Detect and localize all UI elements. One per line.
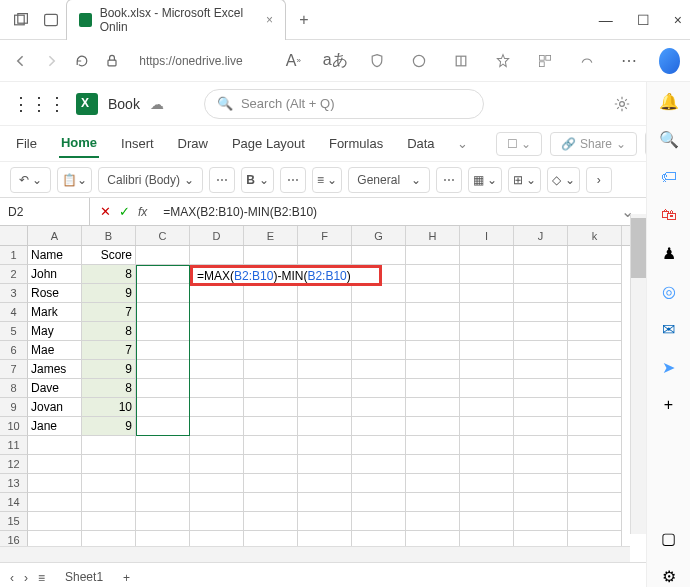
cell[interactable] <box>514 246 568 265</box>
rail-settings-icon[interactable]: ⚙ <box>658 565 680 587</box>
cell[interactable] <box>190 436 244 455</box>
cell[interactable] <box>514 322 568 341</box>
all-sheets-button[interactable]: ≡ <box>38 571 45 585</box>
cell[interactable] <box>244 512 298 531</box>
cell[interactable] <box>568 303 622 322</box>
cell[interactable] <box>244 246 298 265</box>
minimize-button[interactable]: — <box>599 12 613 28</box>
cell[interactable] <box>352 322 406 341</box>
select-all-corner[interactable] <box>0 226 28 245</box>
cell[interactable]: Score <box>82 246 136 265</box>
cell[interactable] <box>514 455 568 474</box>
cell[interactable] <box>568 379 622 398</box>
cell[interactable] <box>406 398 460 417</box>
cell[interactable] <box>406 436 460 455</box>
cell[interactable] <box>352 493 406 512</box>
formula-input[interactable]: =MAX(B2:B10)-MIN(B2:B10) <box>157 205 615 219</box>
cell[interactable] <box>82 474 136 493</box>
cell[interactable] <box>244 360 298 379</box>
cell[interactable] <box>190 474 244 493</box>
cell[interactable] <box>568 455 622 474</box>
paste-button[interactable]: 📋⌄ <box>57 167 92 193</box>
cell[interactable] <box>190 360 244 379</box>
search-box[interactable]: 🔍 Search (Alt + Q) <box>204 89 484 119</box>
cell[interactable] <box>298 379 352 398</box>
cell[interactable] <box>460 284 514 303</box>
cell[interactable] <box>460 246 514 265</box>
cell[interactable] <box>514 398 568 417</box>
cell[interactable]: John <box>28 265 82 284</box>
cell[interactable] <box>406 512 460 531</box>
cancel-formula-button[interactable]: ✕ <box>100 204 111 219</box>
cell[interactable] <box>82 493 136 512</box>
cell[interactable] <box>568 512 622 531</box>
cell[interactable]: 8 <box>82 265 136 284</box>
cell[interactable] <box>136 455 190 474</box>
col-header[interactable]: D <box>190 226 244 245</box>
cell[interactable] <box>514 512 568 531</box>
editing-button[interactable]: ◇ ⌄ <box>547 167 579 193</box>
cell[interactable] <box>298 417 352 436</box>
tab-close-icon[interactable]: × <box>266 13 273 27</box>
cell[interactable] <box>244 398 298 417</box>
tab-insert[interactable]: Insert <box>119 130 156 157</box>
col-header[interactable]: B <box>82 226 136 245</box>
reader-icon[interactable]: A» <box>279 47 307 75</box>
cell[interactable] <box>406 284 460 303</box>
col-header[interactable]: H <box>406 226 460 245</box>
cell[interactable] <box>244 417 298 436</box>
cell[interactable]: May <box>28 322 82 341</box>
row-header[interactable]: 12 <box>0 455 28 474</box>
align-more-button[interactable]: ⋯ <box>280 167 306 193</box>
cell[interactable] <box>28 493 82 512</box>
new-tab-button[interactable]: + <box>290 6 318 34</box>
rail-edge-icon[interactable]: ◎ <box>658 280 680 302</box>
translate-icon[interactable]: aあ <box>321 47 349 75</box>
rail-cart-icon[interactable]: 🛍 <box>658 204 680 226</box>
cell[interactable] <box>514 284 568 303</box>
app-launcher-icon[interactable]: ⋮⋮⋮ <box>12 93 66 115</box>
rail-add-icon[interactable]: + <box>658 394 680 416</box>
cell[interactable]: Rose <box>28 284 82 303</box>
cell[interactable] <box>514 303 568 322</box>
cell[interactable] <box>244 474 298 493</box>
cell[interactable]: 8 <box>82 322 136 341</box>
cell[interactable] <box>406 265 460 284</box>
cell[interactable] <box>190 379 244 398</box>
cell[interactable] <box>190 455 244 474</box>
cell[interactable] <box>190 246 244 265</box>
number-format-select[interactable]: General ⌄ <box>348 167 429 193</box>
cell[interactable] <box>244 493 298 512</box>
collections-icon[interactable] <box>447 47 475 75</box>
tab-actions-icon[interactable] <box>12 11 30 29</box>
row-header[interactable]: 10 <box>0 417 28 436</box>
shopping-icon[interactable] <box>405 47 433 75</box>
cell[interactable] <box>568 436 622 455</box>
vertical-scrollbar[interactable] <box>630 214 646 534</box>
cell[interactable] <box>82 512 136 531</box>
saved-cloud-icon[interactable]: ☁ <box>150 96 164 112</box>
cell[interactable] <box>190 493 244 512</box>
cell[interactable] <box>82 531 136 546</box>
row-header[interactable]: 14 <box>0 493 28 512</box>
cell[interactable]: Mark <box>28 303 82 322</box>
scroll-thumb[interactable] <box>631 218 646 278</box>
cell[interactable]: Mae <box>28 341 82 360</box>
sheet-tab[interactable]: Sheet1 <box>55 566 113 588</box>
cell[interactable] <box>460 341 514 360</box>
cell[interactable] <box>568 341 622 360</box>
cell[interactable] <box>298 455 352 474</box>
rail-panel-icon[interactable]: ▢ <box>658 527 680 549</box>
tab-draw[interactable]: Draw <box>176 130 210 157</box>
row-header[interactable]: 11 <box>0 436 28 455</box>
cell[interactable]: 9 <box>82 417 136 436</box>
share-button[interactable]: 🔗Share ⌄ <box>550 132 637 156</box>
cell[interactable] <box>190 512 244 531</box>
cell[interactable] <box>28 455 82 474</box>
cell[interactable] <box>568 246 622 265</box>
cell[interactable] <box>514 360 568 379</box>
row-header[interactable]: 1 <box>0 246 28 265</box>
cell[interactable] <box>514 341 568 360</box>
col-header[interactable]: F <box>298 226 352 245</box>
cell[interactable] <box>460 417 514 436</box>
